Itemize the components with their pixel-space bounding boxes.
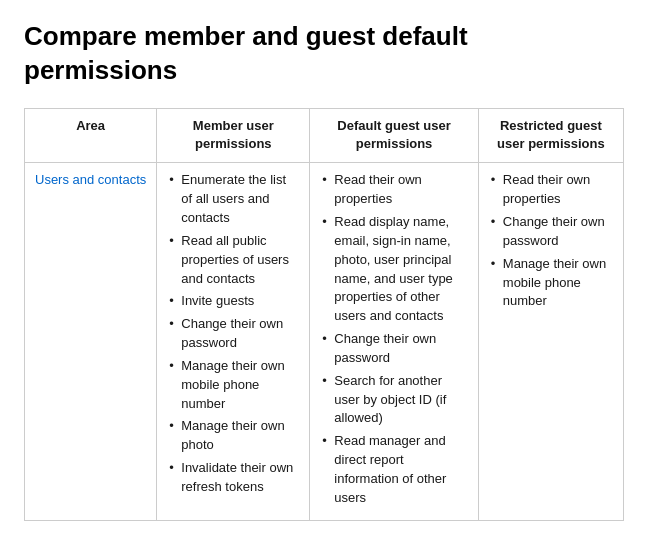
cell-restricted-guest: Read their own propertiesChange their ow… bbox=[478, 163, 623, 520]
list-item: Read display name, email, sign-in name, … bbox=[320, 213, 467, 326]
list-item: Change their own password bbox=[167, 315, 299, 353]
table-row: Users and contactsEnumerate the list of … bbox=[25, 163, 624, 520]
list-item: Read their own properties bbox=[489, 171, 613, 209]
header-member: Member user permissions bbox=[157, 108, 310, 163]
header-default-guest: Default guest user permissions bbox=[310, 108, 478, 163]
list-item: Invite guests bbox=[167, 292, 299, 311]
header-restricted-guest: Restricted guest user permissions bbox=[478, 108, 623, 163]
cell-default-guest: Read their own propertiesRead display na… bbox=[310, 163, 478, 520]
list-item: Change their own password bbox=[320, 330, 467, 368]
permissions-table: Area Member user permissions Default gue… bbox=[24, 108, 624, 521]
cell-area: Users and contacts bbox=[25, 163, 157, 520]
header-area: Area bbox=[25, 108, 157, 163]
list-item: Read manager and direct report informati… bbox=[320, 432, 467, 507]
list-item: Invalidate their own refresh tokens bbox=[167, 459, 299, 497]
list-item: Read all public properties of users and … bbox=[167, 232, 299, 289]
page-title: Compare member and guest default permiss… bbox=[24, 20, 624, 88]
list-item: Read their own properties bbox=[320, 171, 467, 209]
list-item: Manage their own photo bbox=[167, 417, 299, 455]
list-item: Change their own password bbox=[489, 213, 613, 251]
list-item: Enumerate the list of all users and cont… bbox=[167, 171, 299, 228]
list-item: Search for another user by object ID (if… bbox=[320, 372, 467, 429]
list-item: Manage their own mobile phone number bbox=[167, 357, 299, 414]
cell-member: Enumerate the list of all users and cont… bbox=[157, 163, 310, 520]
list-item: Manage their own mobile phone number bbox=[489, 255, 613, 312]
